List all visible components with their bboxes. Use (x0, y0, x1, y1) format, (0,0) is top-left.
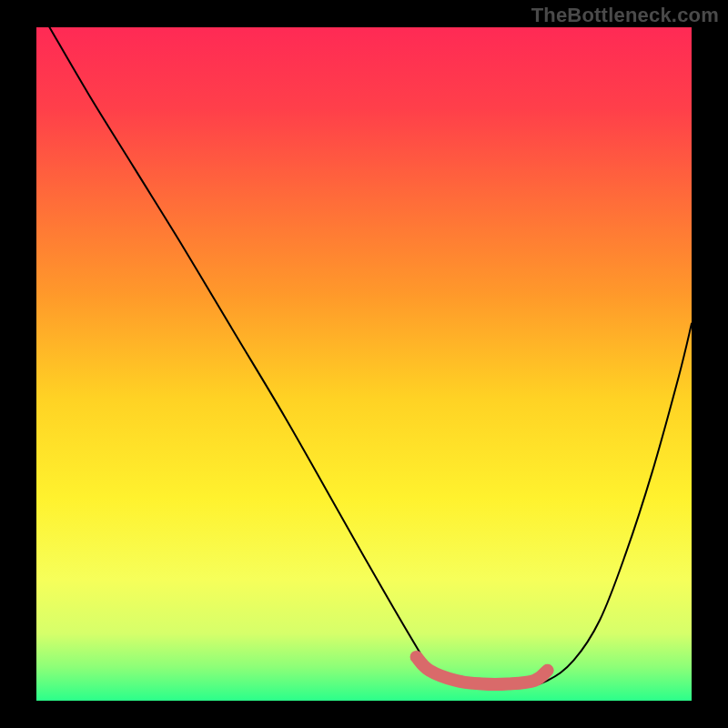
chart-svg (36, 27, 692, 701)
watermark-text: TheBottleneck.com (531, 4, 719, 27)
plot-area (36, 27, 692, 701)
chart-frame: TheBottleneck.com (0, 0, 728, 728)
gradient-background (36, 27, 692, 701)
